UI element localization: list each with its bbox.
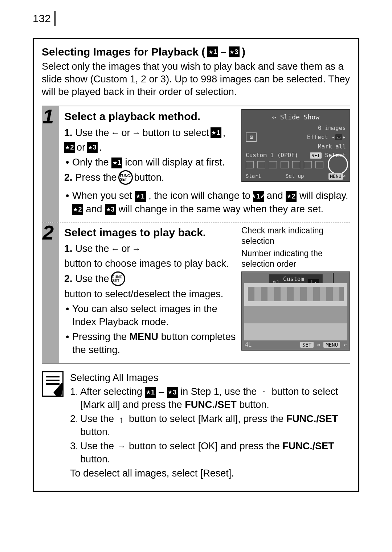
star1-icon: 1 — [145, 387, 156, 398]
t: and — [267, 190, 283, 201]
star2-icon: 2 — [72, 204, 83, 215]
note-body: Selecting All Images 1. After selecting … — [70, 371, 350, 480]
screen1-setup: Set up — [286, 173, 304, 180]
screen2-set: SET — [300, 342, 314, 348]
screen2-menu: MENU — [323, 342, 340, 348]
steps-container: 1 Select a playback method. 1. Use the ←… — [42, 106, 350, 364]
step-2-number: 2 — [42, 222, 54, 243]
page-number: 132 — [33, 11, 56, 26]
step1-sub2-num: 2. — [64, 171, 73, 184]
screen1-effect: Effect — [307, 134, 328, 140]
right-arrow-icon: → — [132, 244, 141, 254]
t: Press the — [75, 171, 117, 184]
right-arrow-icon: → — [132, 128, 141, 138]
menu-label: MENU — [130, 331, 159, 342]
t: Use the — [80, 441, 114, 451]
beach-photo-placeholder — [244, 283, 347, 340]
number-caption: Number indicating the selection order — [241, 248, 350, 269]
step2-sub1: 1. Use the ← or → button to choose image… — [64, 242, 237, 270]
note-section: Selecting All Images 1. After selecting … — [42, 364, 350, 480]
main-content-box: Selecting Images for Playback ( 1 – 3 ) … — [33, 38, 359, 492]
step1-sub1-num: 1. — [64, 126, 73, 139]
screen1-markall: Mark all — [318, 143, 346, 151]
t: in Step 1, use the — [180, 386, 257, 397]
step-2-body: Select images to play back. 1. Use the ←… — [59, 222, 350, 363]
section-heading: Selecting Images for Playback ( 1 – 3 ) — [42, 46, 350, 58]
t: Use the — [80, 413, 114, 424]
n: 3. — [70, 439, 78, 453]
star1-icon: 1 — [135, 191, 146, 202]
star3-icon: 3 — [167, 387, 178, 398]
t: After selecting — [80, 386, 142, 397]
t: or — [122, 126, 130, 139]
slide-show-screen: ⇔ Slide Show 0 images ⊠Effect ◂▭▸ Mark a… — [241, 109, 350, 182]
note-item-1: 1. After selecting 1 – 3 in Step 1, use … — [70, 385, 350, 412]
step1-bullet1: Only the 1 icon will display at first. — [64, 156, 237, 169]
func-set-icon: FUNC.SET — [118, 170, 133, 185]
funcset-label: FUNC./SET — [185, 399, 237, 410]
t: button. — [239, 399, 269, 410]
up-arrow-icon: ↑ — [117, 415, 126, 424]
star2-icon: 2 — [64, 142, 75, 153]
right-arrow-icon: → — [117, 442, 126, 451]
star3-icon: 3 — [229, 46, 240, 57]
screen1-count: 0 images — [318, 124, 346, 132]
t: and — [86, 204, 102, 214]
screen1-menu-label: MENU — [328, 173, 343, 180]
step-number-column: 1 — [42, 106, 59, 222]
t: button. — [134, 171, 164, 184]
t: will change in the same way when they ar… — [119, 204, 323, 214]
t: Use the — [75, 272, 109, 285]
left-arrow-icon: ← — [111, 128, 120, 138]
step-2: 2 Select images to play back. 1. Use the… — [42, 222, 350, 363]
t: Use the — [75, 242, 109, 255]
xbox-icon: ⊠ — [246, 132, 257, 142]
step-1: 1 Select a playback method. 1. Use the ←… — [42, 106, 350, 222]
step2-sub2: 2. Use the FUNC.SET button to select/des… — [64, 271, 237, 300]
t: icon will display at first. — [125, 157, 225, 168]
step-1-number: 1 — [42, 106, 54, 127]
t: Pressing the — [72, 331, 127, 342]
star3-icon: 3 — [105, 204, 116, 215]
t: button. — [80, 426, 110, 437]
n: 2. — [70, 412, 78, 425]
step1-bullet2: When you set 1 , the icon will change to… — [64, 189, 350, 216]
heading-prefix: Selecting Images for Playback ( — [42, 46, 205, 58]
step1-sub2: 2. Press the FUNC.SET button. — [64, 170, 237, 185]
star1-icon: 1 — [111, 158, 122, 168]
step-2-title: Select images to play back. — [64, 225, 237, 240]
left-arrow-icon: ← — [111, 244, 120, 254]
screen1-custom: Custom 1 (DPOF) — [246, 151, 298, 159]
heading-suffix: ) — [242, 46, 245, 58]
step2-sub1-num: 1. — [64, 242, 73, 255]
funcset-label: FUNC./SET — [282, 441, 334, 451]
step2-bullet1: You can also select images in the Index … — [64, 302, 237, 329]
t: , — [223, 126, 226, 139]
t: Use the — [75, 126, 109, 139]
heading-dash: – — [220, 46, 226, 58]
screen1-start: Start — [246, 173, 261, 180]
func-set-icon: FUNC.SET — [111, 271, 125, 286]
t: button to select [Mark all], press the — [129, 413, 283, 424]
t: button to select [OK] and press the — [129, 441, 280, 451]
star3-icon: 3 — [87, 142, 98, 153]
step1-sub1: 1. Use the ← or → button to select 1 , 2… — [64, 126, 237, 154]
t: When you set — [72, 190, 132, 201]
step2-bullet2: Pressing the MENU button completes the s… — [64, 330, 237, 357]
highlight-circle-icon — [328, 154, 348, 175]
t: – — [159, 386, 164, 397]
step-1-body: Select a playback method. 1. Use the ← o… — [59, 106, 350, 222]
note-tail: To deselect all images, select [Reset]. — [70, 468, 234, 479]
t: will display. — [299, 190, 348, 201]
up-arrow-icon: ↑ — [260, 388, 269, 397]
step-1-title: Select a playback method. — [64, 109, 237, 124]
screen1-set-label: SET — [310, 152, 321, 159]
n: 1. — [70, 385, 78, 398]
checkmark-caption: Check mark indicating selection — [241, 225, 350, 246]
star1-check-icon: 1✓ — [253, 191, 264, 202]
note-item-2: 2. Use the ↑ button to select [Mark all]… — [70, 412, 350, 439]
intro-paragraph: Select only the images that you wish to … — [42, 60, 350, 98]
star2-icon: 2 — [286, 191, 297, 202]
t: button. — [80, 454, 110, 465]
note-item-3: 3. Use the → button to select [OK] and p… — [70, 439, 350, 466]
